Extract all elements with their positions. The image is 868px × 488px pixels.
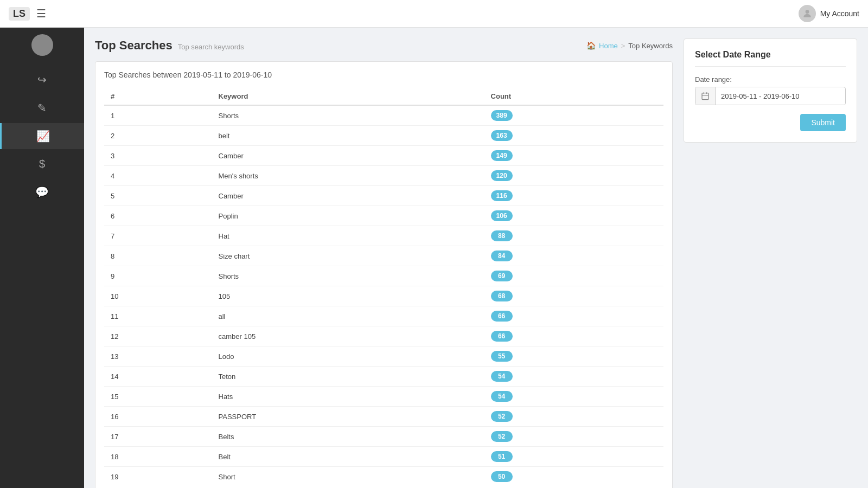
cell-keyword: Poplin bbox=[212, 206, 484, 226]
cell-count: 66 bbox=[484, 326, 663, 346]
table-row: 2 belt 163 bbox=[104, 126, 663, 146]
table-row: 11 all 66 bbox=[104, 306, 663, 326]
col-count: Count bbox=[484, 88, 663, 105]
sidebar-item-edit[interactable]: ✎ bbox=[0, 95, 84, 121]
page-subtitle: Top search keywords bbox=[178, 43, 244, 51]
breadcrumb-separator: > bbox=[621, 42, 626, 50]
cell-count: 55 bbox=[484, 346, 663, 367]
submit-row: Submit bbox=[695, 114, 846, 131]
cell-keyword: Teton bbox=[212, 367, 484, 387]
date-input-wrapper bbox=[695, 87, 846, 105]
cell-num: 14 bbox=[104, 367, 212, 387]
date-range-card: Select Date Range Date range: Submit bbox=[684, 38, 857, 143]
table-row: 1 Shorts 389 bbox=[104, 105, 663, 126]
cell-count: 120 bbox=[484, 166, 663, 186]
cell-count: 54 bbox=[484, 367, 663, 387]
count-badge: 68 bbox=[491, 291, 513, 301]
table-row: 9 Shorts 69 bbox=[104, 266, 663, 286]
sidebar-user-avatar bbox=[31, 34, 53, 56]
table-row: 15 Hats 54 bbox=[104, 387, 663, 407]
cell-count: 52 bbox=[484, 427, 663, 447]
cell-keyword: Belts bbox=[212, 427, 484, 447]
count-badge: 54 bbox=[491, 391, 513, 402]
breadcrumb: 🏠 Home > Top Keywords bbox=[586, 41, 673, 50]
table-row: 14 Teton 54 bbox=[104, 367, 663, 387]
count-badge: 52 bbox=[491, 431, 513, 442]
date-range-input[interactable] bbox=[716, 88, 845, 105]
cell-num: 11 bbox=[104, 306, 212, 326]
cell-num: 5 bbox=[104, 186, 212, 206]
cell-keyword: Camber bbox=[212, 146, 484, 166]
sidebar-item-forward[interactable]: ↪ bbox=[0, 67, 84, 93]
count-badge: 66 bbox=[491, 311, 513, 322]
cell-count: 116 bbox=[484, 186, 663, 206]
count-badge: 69 bbox=[491, 271, 513, 281]
submit-button[interactable]: Submit bbox=[800, 114, 846, 131]
table-range-label: Top Searches between 2019-05-11 to 2019-… bbox=[104, 70, 663, 79]
cell-count: 106 bbox=[484, 206, 663, 226]
col-num: # bbox=[104, 88, 212, 105]
count-badge: 163 bbox=[491, 130, 513, 141]
cell-keyword: Hat bbox=[212, 226, 484, 246]
breadcrumb-home-link[interactable]: Home bbox=[599, 42, 618, 50]
cell-num: 19 bbox=[104, 467, 212, 487]
cell-keyword: Shorts bbox=[212, 266, 484, 286]
table-row: 8 Size chart 84 bbox=[104, 246, 663, 266]
cell-num: 4 bbox=[104, 166, 212, 186]
cell-count: 149 bbox=[484, 146, 663, 166]
breadcrumb-current: Top Keywords bbox=[628, 42, 673, 50]
cell-num: 3 bbox=[104, 146, 212, 166]
table-row: 12 camber 105 66 bbox=[104, 326, 663, 346]
page-title: Top Searches bbox=[95, 38, 173, 53]
cell-count: 389 bbox=[484, 105, 663, 126]
cell-count: 66 bbox=[484, 306, 663, 326]
count-badge: 66 bbox=[491, 331, 513, 342]
hamburger-button[interactable]: ☰ bbox=[36, 7, 46, 20]
comment-icon: 💬 bbox=[35, 185, 49, 198]
sidebar-item-comment[interactable]: 💬 bbox=[0, 179, 84, 205]
count-badge: 88 bbox=[491, 230, 513, 241]
table-row: 16 PASSPORT 52 bbox=[104, 407, 663, 427]
page-header: Top Searches Top search keywords 🏠 Home … bbox=[95, 38, 673, 53]
edit-icon: ✎ bbox=[37, 101, 47, 114]
cell-keyword: Short bbox=[212, 467, 484, 487]
cell-keyword: 105 bbox=[212, 286, 484, 306]
cell-keyword: Camber bbox=[212, 186, 484, 206]
col-keyword: Keyword bbox=[212, 88, 484, 105]
cell-count: 52 bbox=[484, 407, 663, 427]
table-row: 3 Camber 149 bbox=[104, 146, 663, 166]
home-icon: 🏠 bbox=[586, 41, 596, 50]
date-range-label: Date range: bbox=[695, 75, 846, 84]
cell-num: 8 bbox=[104, 246, 212, 266]
cell-keyword: camber 105 bbox=[212, 326, 484, 346]
account-label[interactable]: My Account bbox=[820, 9, 859, 18]
table-header-row: # Keyword Count bbox=[104, 88, 663, 105]
cell-keyword: Men's shorts bbox=[212, 166, 484, 186]
table-row: 19 Short 50 bbox=[104, 467, 663, 487]
svg-rect-1 bbox=[702, 93, 709, 100]
cell-count: 68 bbox=[484, 286, 663, 306]
cell-keyword: PASSPORT bbox=[212, 407, 484, 427]
sidebar-item-chart[interactable]: 📈 bbox=[0, 123, 84, 149]
svg-point-0 bbox=[805, 10, 809, 14]
cell-num: 15 bbox=[104, 387, 212, 407]
cell-num: 17 bbox=[104, 427, 212, 447]
cell-count: 69 bbox=[484, 266, 663, 286]
date-range-card-title: Select Date Range bbox=[695, 50, 846, 67]
count-badge: 52 bbox=[491, 411, 513, 422]
logo-area: LS ☰ bbox=[9, 7, 93, 21]
cell-keyword: Size chart bbox=[212, 246, 484, 266]
page-area: Top Searches Top search keywords 🏠 Home … bbox=[95, 38, 673, 477]
main-wrapper: Top Searches Top search keywords 🏠 Home … bbox=[84, 28, 868, 488]
sidebar-item-dollar[interactable]: $ bbox=[0, 151, 84, 177]
keywords-table: # Keyword Count 1 Shorts 389 2 belt 163 … bbox=[104, 88, 663, 486]
table-row: 6 Poplin 106 bbox=[104, 206, 663, 226]
cell-keyword: Belt bbox=[212, 447, 484, 467]
cell-count: 50 bbox=[484, 467, 663, 487]
cell-num: 12 bbox=[104, 326, 212, 346]
count-badge: 116 bbox=[491, 190, 513, 201]
chart-icon: 📈 bbox=[36, 130, 50, 143]
count-badge: 149 bbox=[491, 150, 513, 161]
page-title-group: Top Searches Top search keywords bbox=[95, 38, 244, 53]
cell-count: 51 bbox=[484, 447, 663, 467]
